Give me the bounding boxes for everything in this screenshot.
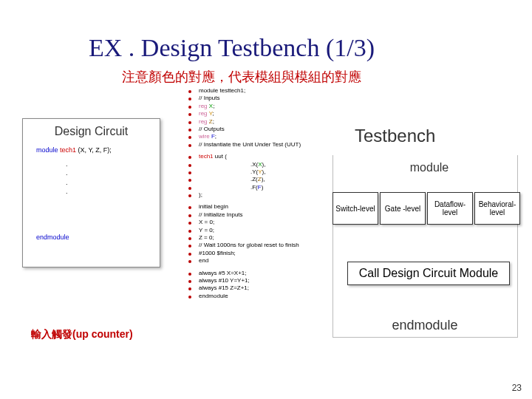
endmodule-box: endmodule xyxy=(358,318,491,333)
code-punct: ) xyxy=(262,184,264,191)
code-line: initial begin xyxy=(199,203,228,211)
dot: . xyxy=(66,178,160,188)
code-line: // Inputs xyxy=(199,95,219,102)
code-punct: ; xyxy=(215,133,216,140)
testbench-code: module testtech1; // Inputs reg X; reg Y… xyxy=(188,87,301,300)
code-line: X = 0; xyxy=(199,219,214,226)
code-line: // Initialize Inputs xyxy=(199,211,243,219)
code-line: always #5 X=X+1; xyxy=(199,270,246,277)
testbench-frame xyxy=(332,155,518,338)
levels-row: Switch-level Gate -level Dataflow-level … xyxy=(332,192,520,225)
testbench-frame-right xyxy=(517,155,518,337)
code-line: // Outputs xyxy=(199,126,225,133)
design-circuit-code: module tech1 (X, Y, Z, F); . . . . xyxy=(36,146,160,197)
design-circuit-header: Design Circuit xyxy=(23,125,160,138)
level-switch: Switch-level xyxy=(332,192,378,225)
module-box: module xyxy=(396,161,463,174)
input-trigger-label: 輸入觸發(up counter) xyxy=(31,328,133,341)
slide-subtitle: 注意顏色的對應，代表模組與模組的對應 xyxy=(122,68,361,86)
code-kw: wire xyxy=(199,133,210,140)
code-text: uut ( xyxy=(214,153,227,160)
code-kw: reg xyxy=(199,110,208,117)
module-name: tech1 xyxy=(60,146,76,154)
code-line: ); xyxy=(199,191,202,199)
testbench-label: Testbench xyxy=(355,126,435,146)
code-line: always #10 Y=Y+1; xyxy=(199,277,250,284)
code-punct: ; xyxy=(213,118,214,125)
page-number: 23 xyxy=(512,383,522,393)
code-punct: ; xyxy=(213,103,214,109)
design-circuit-box: Design Circuit module tech1 (X, Y, Z, F)… xyxy=(22,118,160,267)
level-gate: Gate -level xyxy=(380,192,426,225)
code-line: module testtech1; xyxy=(199,87,245,95)
code-line: endmodule xyxy=(199,293,228,300)
level-dataflow: Dataflow-level xyxy=(427,192,473,225)
kw-module: module xyxy=(36,146,58,154)
dot: . xyxy=(66,168,160,178)
code-line: #1000 $finish; xyxy=(199,250,236,257)
code-punct: ), xyxy=(262,168,266,175)
code-line: Z = 0; xyxy=(199,234,214,242)
code-punct: ), xyxy=(262,176,265,183)
slide-title: EX . Design Testbench (1/3) xyxy=(89,34,375,62)
code-punct: ), xyxy=(262,161,266,168)
code-line: always #15 Z=Z+1; xyxy=(199,284,249,292)
code-line: // Instantiate the Unit Under Test (UUT) xyxy=(199,141,301,149)
code-port: .Y xyxy=(250,168,256,175)
design-endmodule: endmodule xyxy=(36,233,160,241)
code-line: Y = 0; xyxy=(199,227,214,234)
code-kw: reg xyxy=(199,103,208,109)
call-design-box: Call Design Circuit Module xyxy=(347,262,510,285)
code-line: end xyxy=(199,257,208,265)
code-kw: reg xyxy=(199,118,208,125)
level-behavioral: Behavioral-level xyxy=(474,192,520,225)
code-line: // Wait 1000ns for global reset to finis… xyxy=(199,242,299,249)
code-id: tech1 xyxy=(199,153,214,160)
dot: . xyxy=(66,187,160,197)
code-punct: ; xyxy=(212,110,214,117)
code-port: .X xyxy=(250,161,256,168)
dot: . xyxy=(66,160,160,169)
module-ports: (X, Y, Z, F); xyxy=(78,146,112,154)
